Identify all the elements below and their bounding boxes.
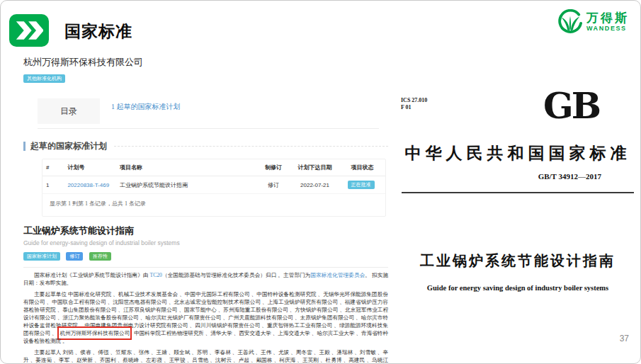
cover-standard-subtitle-en: Guide for energy saving design of indust…: [397, 284, 638, 292]
col-issue-date: 计划下达日期: [290, 159, 339, 176]
gb-logo: GB: [543, 89, 599, 124]
badge-revision: 修订: [66, 252, 83, 261]
cell-issue-date: 2022-07-21: [290, 176, 339, 194]
toc-label: 目录: [38, 98, 100, 124]
table-header-row: # 计划号 项目名称 制修订 计划下达日期 项目状态: [42, 159, 385, 176]
standard-subtitle-en: Guide for energy-saving design of indust…: [23, 239, 388, 246]
webpage-screenshot: 杭州万得斯环保科技有限公司 其他标准化机构 目录 1 起草的国家标准计划 起草的…: [23, 56, 388, 364]
tc20-link[interactable]: TC20: [150, 272, 162, 278]
plans-table-container: # 计划号 项目名称 制修订 计划下达日期 项目状态 1 20220838-T-…: [42, 159, 386, 217]
ics-line1: ICS 27.010: [401, 97, 427, 104]
logo-subname: WANDESS: [586, 25, 629, 32]
para1-text-a: 国家标准计划《工业锅炉系统节能设计指南》由: [34, 272, 149, 278]
col-index: #: [42, 159, 64, 176]
ics-classification: ICS 27.010 F 01: [401, 97, 427, 111]
highlighted-company: 杭州万得斯环保科技有限公司: [57, 326, 132, 340]
table-of-contents: 目录 1 起草的国家标准计划: [38, 98, 379, 129]
section-header-divider: [114, 146, 388, 147]
paragraph-drafting-units: 主要起草单位 中国标准化研究院 、机械工业技术发展基金会 、中国中元国际工程有限…: [23, 290, 388, 345]
plan-number-link[interactable]: 20220838-T-469: [67, 182, 109, 188]
cell-project-name: 工业锅炉系统节能设计指南: [116, 176, 256, 194]
wandess-logo-text: 万得斯 WANDESS: [586, 12, 629, 32]
cover-standard-title: 工业锅炉系统节能设计指南: [397, 251, 638, 271]
wandess-logo: 万得斯 WANDESS: [558, 9, 629, 35]
para3-prefix: 主要起草人 刘韬 、侯睿 、傅强 、笪耀东 、张伟 、王婧 、顾全斌 、苏明 、…: [23, 349, 388, 364]
gb-standard-cover: ICS 27.010 F 01 GB 中华人民共和国国家标准 GB/T 3491…: [397, 64, 638, 351]
standard-badges: 国家标准计划 修订 推荐性: [23, 249, 388, 262]
slide: 国家标准 万得斯 WANDESS 杭州万得斯环保科技有限公司 其他标准化机构 目…: [0, 0, 641, 364]
paragraph-drafters: 主要起草人 刘韬 、侯睿 、傅强 、笪耀东 、张伟 、王婧 、顾全斌 、苏明 、…: [23, 348, 388, 364]
standard-code: GB/T 34912—2017: [538, 172, 601, 181]
col-status: 项目状态: [339, 159, 385, 176]
logo-name: 万得斯: [586, 12, 629, 24]
chevron-right-icon: [15, 21, 43, 40]
divider-line: [23, 267, 388, 268]
sac-link[interactable]: 国家标准化管理委员会: [310, 272, 365, 278]
section-header-title: 起草的国家标准计划: [30, 140, 107, 152]
badge-recommended: 推荐性: [89, 252, 111, 261]
badge-national-plan: 国家标准计划: [23, 252, 60, 261]
pagination-text: 显示第 1 到第 1 条记录，总共 1 条记录: [42, 194, 385, 216]
table-row: 1 20220838-T-469 工业锅炉系统节能设计指南 修订 2022-07…: [42, 176, 385, 194]
org-type-badge: 其他标准化机构: [23, 74, 65, 83]
paragraph-overview: 国家标准计划《工业锅炉系统节能设计指南》由 TC20（全国能源基础与管理标准化技…: [23, 271, 388, 287]
section-header-bar: [23, 142, 25, 151]
toc-link-drafted-plans[interactable]: 1 起草的国家标准计划: [100, 98, 181, 124]
wandess-plant-icon: [558, 9, 582, 35]
cover-rule-line: [402, 192, 634, 193]
plans-table: # 计划号 项目名称 制修订 计划下达日期 项目状态 1 20220838-T-…: [42, 159, 385, 194]
ics-line2: F 01: [401, 104, 427, 111]
cell-index: 1: [42, 176, 64, 194]
standard-title: 工业锅炉系统节能设计指南: [23, 224, 388, 237]
col-plan-no: 计划号: [64, 159, 115, 176]
cell-revision: 修订: [256, 176, 290, 194]
para1-text-b: （全国能源基础与管理标准化技术委员会）归口 。主管部门为: [162, 272, 311, 278]
col-revision: 制修订: [256, 159, 290, 176]
page-title: 国家标准: [64, 21, 132, 42]
col-project-name: 项目名称: [116, 159, 256, 176]
page-number: 37: [620, 334, 629, 343]
status-badge: 正在批准: [348, 181, 375, 189]
cover-heading: 中华人民共和国国家标准: [397, 142, 638, 164]
company-badges: 其他标准化机构: [23, 72, 388, 84]
standard-info: 工业锅炉系统节能设计指南 Guide for energy-saving des…: [23, 224, 388, 268]
company-name: 杭州万得斯环保科技有限公司: [23, 56, 388, 69]
double-chevron-icon: [9, 14, 49, 47]
section-header: 起草的国家标准计划: [23, 140, 388, 152]
